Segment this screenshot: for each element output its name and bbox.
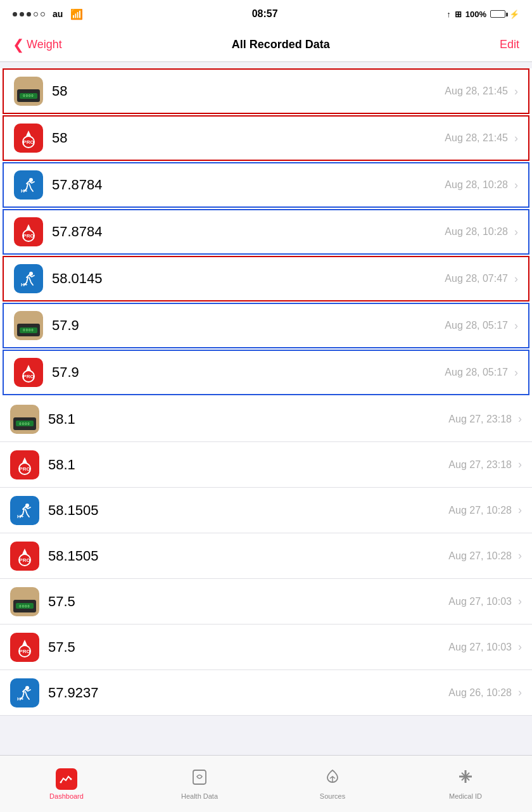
item-value: 57.8784 — [52, 224, 445, 240]
signal-dot-5 — [41, 12, 45, 16]
svg-text:PRO: PRO — [23, 374, 34, 379]
item-chevron-icon: › — [514, 225, 518, 239]
item-chevron-icon: › — [518, 504, 522, 517]
status-bar: au 📶 08:57 ↑ ⊞ 100% ⚡ — [0, 0, 532, 28]
svg-text:PRO: PRO — [23, 233, 34, 239]
nav-bar: ❮ Weight All Recorded Data Edit — [0, 28, 532, 62]
item-date: Aug 27, 23:18 — [448, 414, 512, 425]
tab-health-data-label: Health Data — [181, 792, 218, 800]
item-value: 58.1 — [48, 411, 448, 428]
item-date: Aug 27, 10:28 — [448, 550, 512, 562]
item-chevron-icon: › — [518, 549, 522, 562]
tab-dashboard-label: Dashboard — [49, 792, 84, 800]
tab-medical-id-label: Medical ID — [449, 792, 482, 800]
tab-sources-label: Sources — [320, 792, 345, 800]
item-chevron-icon: › — [514, 132, 518, 145]
item-date: Aug 28, 10:28 — [445, 179, 508, 191]
item-value: 58.1505 — [48, 548, 448, 564]
tab-sources[interactable]: Sources — [266, 756, 399, 812]
item-value: 58.0145 — [52, 270, 445, 287]
location-icon: ↑ — [446, 10, 451, 19]
list-item[interactable]: H+ 58.1505Aug 27, 10:28› — [0, 488, 532, 533]
svg-point-21 — [70, 778, 72, 780]
item-chevron-icon: › — [514, 85, 518, 98]
list-item[interactable]: H+ 57.8784Aug 28, 10:28› — [3, 162, 529, 208]
back-button[interactable]: ❮ Weight — [13, 37, 62, 53]
item-value: 57.9 — [52, 364, 445, 381]
charging-icon: ⚡ — [509, 10, 519, 19]
sources-icon — [324, 768, 341, 790]
signal-dot-3 — [27, 12, 31, 16]
list-item[interactable]: PRO 57.9Aug 28, 05:17› — [3, 350, 529, 395]
signal-dot-2 — [20, 12, 24, 16]
back-label: Weight — [27, 38, 62, 51]
svg-point-20 — [60, 781, 62, 783]
item-date: Aug 26, 10:28 — [448, 687, 512, 699]
list-item[interactable]: 0000 58.1Aug 27, 23:18› — [0, 396, 532, 442]
medical-id-icon — [457, 768, 474, 790]
item-chevron-icon: › — [514, 319, 518, 333]
svg-text:PRO: PRO — [19, 649, 30, 654]
list-item[interactable]: PRO 58Aug 28, 21:45› — [3, 115, 529, 161]
list-item[interactable]: H+ 57.9237Aug 26, 10:28› — [0, 670, 532, 716]
dashboard-icon — [56, 768, 77, 790]
signal-dot-4 — [34, 12, 38, 16]
item-chevron-icon: › — [514, 366, 518, 379]
item-date: Aug 28, 21:45 — [445, 86, 508, 97]
item-chevron-icon: › — [518, 686, 522, 699]
item-date: Aug 28, 05:17 — [445, 367, 508, 378]
item-date: Aug 28, 07:47 — [445, 273, 508, 284]
list-item[interactable]: PRO 58.1505Aug 27, 10:28› — [0, 533, 532, 579]
data-list: 0000 58Aug 28, 21:45› PRO 58Aug 28, 21:4… — [0, 68, 532, 716]
item-date: Aug 27, 10:03 — [448, 596, 512, 607]
item-date: Aug 28, 05:17 — [445, 320, 508, 331]
edit-button[interactable]: Edit — [500, 38, 519, 51]
item-date: Aug 28, 10:28 — [445, 226, 508, 238]
status-time: 08:57 — [252, 8, 278, 20]
item-chevron-icon: › — [514, 272, 518, 286]
tab-health-data[interactable]: Health Data — [133, 756, 266, 812]
tab-medical-id[interactable]: Medical ID — [399, 756, 532, 812]
list-item[interactable]: 0000 57.9Aug 28, 05:17› — [3, 303, 529, 348]
item-value: 57.5 — [48, 639, 448, 656]
list-item[interactable]: PRO 57.5Aug 27, 10:03› — [0, 625, 532, 670]
item-date: Aug 27, 23:18 — [448, 459, 512, 471]
health-data-icon — [191, 768, 208, 790]
item-value: 58.1505 — [48, 502, 448, 519]
item-date: Aug 27, 10:03 — [448, 642, 512, 653]
list-item[interactable]: PRO 58.1Aug 27, 23:18› — [0, 442, 532, 488]
item-value: 57.9237 — [48, 685, 448, 701]
bluetooth-icon: ⊞ — [455, 10, 462, 19]
item-value: 58 — [52, 130, 445, 146]
svg-text:PRO: PRO — [19, 557, 30, 563]
signal-dot-1 — [13, 12, 17, 16]
item-value: 58.1 — [48, 457, 448, 473]
list-item[interactable]: 0000 58Aug 28, 21:45› — [3, 68, 529, 114]
item-value: 57.8784 — [52, 177, 445, 193]
status-carrier: au 📶 — [13, 8, 83, 20]
svg-text:PRO: PRO — [23, 139, 34, 145]
battery-icon — [490, 10, 505, 18]
svg-rect-22 — [193, 770, 206, 784]
item-chevron-icon: › — [514, 179, 518, 192]
item-value: 58 — [52, 83, 445, 99]
list-item[interactable]: 0000 57.5Aug 27, 10:03› — [0, 579, 532, 625]
wifi-icon: 📶 — [70, 8, 83, 20]
battery-percent: 100% — [466, 10, 486, 19]
item-chevron-icon: › — [518, 458, 522, 471]
item-value: 57.5 — [48, 593, 448, 610]
carrier-label: au — [53, 9, 63, 19]
item-chevron-icon: › — [518, 595, 522, 608]
item-chevron-icon: › — [518, 412, 522, 426]
item-date: Aug 27, 10:28 — [448, 505, 512, 516]
list-item[interactable]: H+ 58.0145Aug 28, 07:47› — [3, 256, 529, 301]
status-right: ↑ ⊞ 100% ⚡ — [446, 10, 519, 19]
list-item[interactable]: PRO 57.8784Aug 28, 10:28› — [3, 209, 529, 255]
svg-text:PRO: PRO — [19, 466, 30, 472]
item-value: 57.9 — [52, 317, 445, 334]
back-chevron-icon: ❮ — [13, 37, 24, 53]
item-date: Aug 28, 21:45 — [445, 132, 508, 144]
tab-dashboard[interactable]: Dashboard — [0, 756, 133, 812]
item-chevron-icon: › — [518, 640, 522, 654]
page-title: All Recorded Data — [232, 38, 330, 51]
